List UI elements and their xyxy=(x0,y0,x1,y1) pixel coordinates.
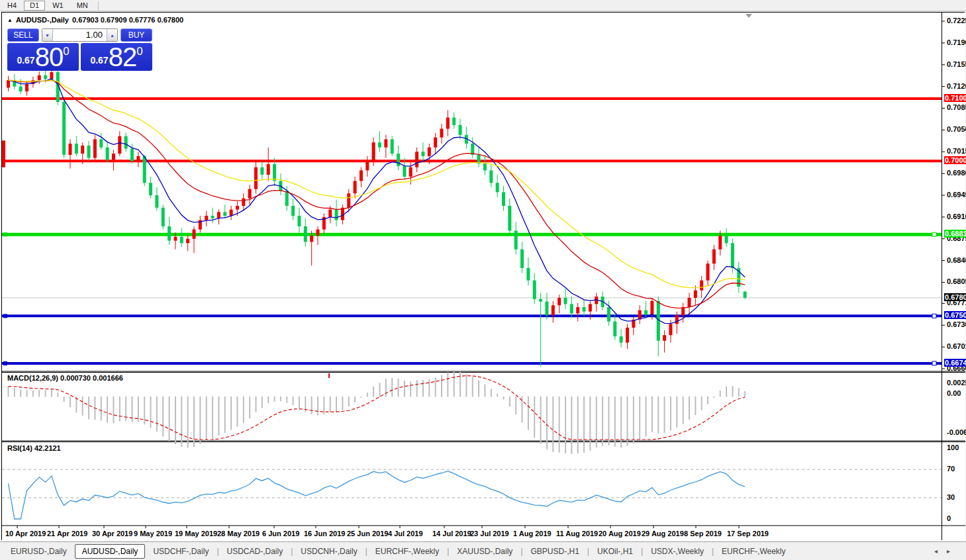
candle-body[interactable] xyxy=(489,170,493,183)
candle-body[interactable] xyxy=(267,164,270,175)
candle-body[interactable] xyxy=(415,152,418,167)
candle-body[interactable] xyxy=(297,216,301,226)
sell-price-tile[interactable]: 0.67 80 0 xyxy=(7,43,79,71)
tab-eurchf-weekly[interactable]: EURCHF-,Weekly xyxy=(369,545,446,558)
candle-body[interactable] xyxy=(744,292,747,298)
candle-body[interactable] xyxy=(180,237,183,243)
timeframe-button-mn[interactable]: MN xyxy=(71,1,94,11)
line-handle[interactable] xyxy=(3,232,7,236)
candle-body[interactable] xyxy=(124,136,128,149)
candle-body[interactable] xyxy=(607,307,610,322)
candle-body[interactable] xyxy=(613,322,616,337)
candle-body[interactable] xyxy=(483,163,487,170)
candle-body[interactable] xyxy=(155,195,158,208)
candle-body[interactable] xyxy=(106,148,109,160)
candle-body[interactable] xyxy=(552,305,555,315)
candle-body[interactable] xyxy=(118,136,121,154)
candle-body[interactable] xyxy=(205,216,208,220)
timeframe-button-d1[interactable]: D1 xyxy=(24,1,45,11)
candle-body[interactable] xyxy=(570,304,573,313)
candle-body[interactable] xyxy=(99,139,103,147)
candle-body[interactable] xyxy=(526,268,530,281)
candle-body[interactable] xyxy=(230,210,233,216)
tab-usdcnh-daily[interactable]: USDCNH-,Daily xyxy=(294,545,363,558)
candle-body[interactable] xyxy=(149,183,152,195)
candle-body[interactable] xyxy=(193,230,196,239)
candle-body[interactable] xyxy=(446,118,450,129)
candle-body[interactable] xyxy=(254,167,258,189)
tab-usdcad-daily[interactable]: USDCAD-,Daily xyxy=(220,545,290,558)
candle-body[interactable] xyxy=(211,216,215,218)
chart-canvas[interactable] xyxy=(2,13,965,541)
candle-body[interactable] xyxy=(440,128,444,137)
candle-body[interactable] xyxy=(706,263,710,280)
candle-body[interactable] xyxy=(421,152,424,156)
candle-body[interactable] xyxy=(545,302,548,316)
candle-body[interactable] xyxy=(403,166,406,177)
candle-body[interactable] xyxy=(162,208,165,226)
candle-body[interactable] xyxy=(304,226,307,242)
candle-body[interactable] xyxy=(675,315,679,324)
candle-body[interactable] xyxy=(452,118,456,125)
candle-body[interactable] xyxy=(186,239,189,244)
candle-body[interactable] xyxy=(391,139,394,154)
candle-body[interactable] xyxy=(459,125,462,135)
candle-body[interactable] xyxy=(564,298,567,304)
candle-body[interactable] xyxy=(112,154,115,160)
candle-body[interactable] xyxy=(354,181,357,193)
candle-body[interactable] xyxy=(520,250,524,268)
candle-body[interactable] xyxy=(557,298,561,305)
candle-body[interactable] xyxy=(496,183,499,192)
buy-price-tile[interactable]: 0.67 82 0 xyxy=(81,43,152,71)
candle-body[interactable] xyxy=(291,206,295,216)
line-handle[interactable] xyxy=(932,314,936,318)
candle-body[interactable] xyxy=(378,142,381,148)
candle-body[interactable] xyxy=(87,146,91,158)
candle-body[interactable] xyxy=(725,236,728,243)
candle-body[interactable] xyxy=(700,281,703,291)
candle-body[interactable] xyxy=(310,236,313,242)
candle-body[interactable] xyxy=(428,148,431,156)
candle-body[interactable] xyxy=(533,281,536,299)
candle-body[interactable] xyxy=(93,139,97,158)
candle-body[interactable] xyxy=(669,324,672,335)
candle-body[interactable] xyxy=(514,231,518,250)
candle-body[interactable] xyxy=(69,144,72,155)
line-handle[interactable] xyxy=(3,314,7,318)
candle-body[interactable] xyxy=(508,206,511,231)
candle-body[interactable] xyxy=(372,142,375,161)
line-handle[interactable] xyxy=(3,361,7,365)
buy-button[interactable]: BUY xyxy=(121,28,152,42)
tab-usdx-weekly[interactable]: USDX-,Weekly xyxy=(644,545,710,558)
candle-body[interactable] xyxy=(589,304,592,311)
collapse-triangle-icon[interactable]: ▲ xyxy=(7,17,13,23)
timeframe-button-w1[interactable]: W1 xyxy=(46,1,70,11)
candle-body[interactable] xyxy=(335,210,338,220)
candle-body[interactable] xyxy=(25,84,28,91)
candle-body[interactable] xyxy=(38,75,41,81)
candle-body[interactable] xyxy=(731,243,734,268)
tab-audusd-daily[interactable]: AUDUSD-,Daily xyxy=(75,544,146,559)
candle-body[interactable] xyxy=(663,335,666,340)
candle-body[interactable] xyxy=(347,193,350,208)
candle-body[interactable] xyxy=(168,226,171,241)
candle-body[interactable] xyxy=(260,167,264,175)
tab-eurusd-daily[interactable]: EURUSD-,Daily xyxy=(4,545,73,558)
candle-body[interactable] xyxy=(44,75,47,79)
candle-body[interactable] xyxy=(242,199,245,206)
candle-body[interactable] xyxy=(143,156,146,183)
candle-body[interactable] xyxy=(130,149,134,162)
candle-body[interactable] xyxy=(626,328,629,343)
candle-body[interactable] xyxy=(7,80,10,87)
candle-body[interactable] xyxy=(316,230,320,236)
tab-scroll-arrows[interactable]: ◂▸ xyxy=(934,547,959,555)
candle-body[interactable] xyxy=(19,87,23,92)
candle-body[interactable] xyxy=(576,307,579,313)
candle-body[interactable] xyxy=(583,307,586,312)
volume-decrease-button[interactable]: ▼ xyxy=(42,29,53,41)
line-handle[interactable] xyxy=(932,361,936,365)
tab-usdchf-daily[interactable]: USDCHF-,Daily xyxy=(146,545,215,558)
candle-body[interactable] xyxy=(694,291,697,298)
timeframe-button-h4[interactable]: H4 xyxy=(1,1,23,11)
candle-body[interactable] xyxy=(650,301,653,315)
